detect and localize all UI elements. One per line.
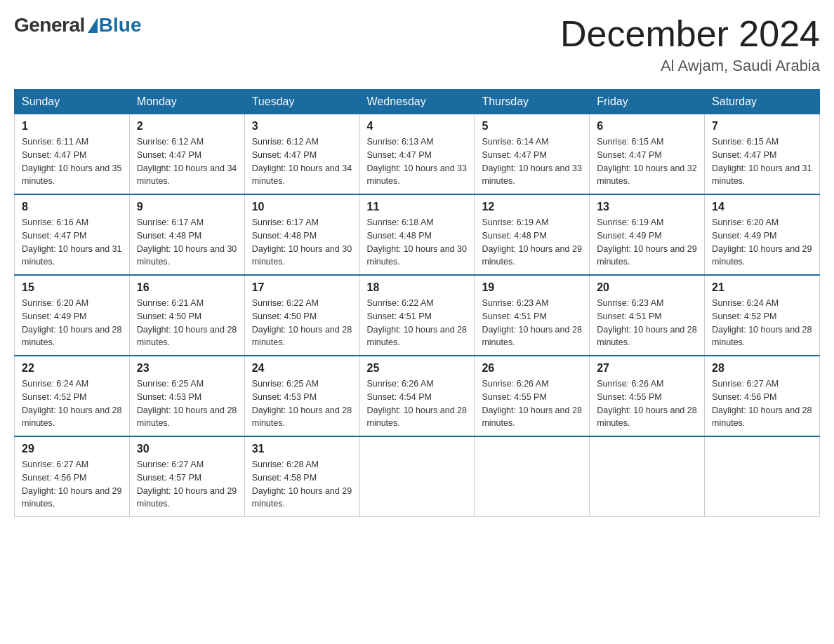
sunset-label: Sunset: (712, 392, 744, 402)
sunrise-label: Sunrise: (252, 137, 286, 147)
day-info: Sunrise: 6:20 AM Sunset: 4:49 PM Dayligh… (22, 297, 122, 349)
sunset-label: Sunset: (22, 150, 54, 160)
sunrise-value: 6:20 AM (56, 298, 88, 308)
sunrise-value: 6:15 AM (746, 137, 779, 147)
table-row: 30 Sunrise: 6:27 AM Sunset: 4:57 PM Dayl… (129, 436, 244, 517)
sunset-value: 4:53 PM (169, 392, 202, 402)
daylight-label: Daylight: 10 hours and 28 minutes. (367, 325, 467, 348)
sunrise-label: Sunrise: (22, 459, 56, 469)
sunrise-label: Sunrise: (22, 137, 56, 147)
sunset-label: Sunset: (252, 231, 284, 241)
table-row: 25 Sunrise: 6:26 AM Sunset: 4:54 PM Dayl… (359, 356, 475, 436)
table-row: 8 Sunrise: 6:16 AM Sunset: 4:47 PM Dayli… (15, 194, 130, 275)
sunset-label: Sunset: (137, 473, 169, 483)
table-row: 13 Sunrise: 6:19 AM Sunset: 4:49 PM Dayl… (590, 194, 705, 275)
sunset-value: 4:50 PM (169, 311, 202, 321)
day-info: Sunrise: 6:17 AM Sunset: 4:48 PM Dayligh… (252, 216, 352, 269)
sunrise-value: 6:23 AM (632, 298, 664, 308)
daylight-label: Daylight: 10 hours and 28 minutes. (22, 325, 121, 348)
daylight-label: Daylight: 10 hours and 33 minutes. (367, 163, 467, 187)
table-row: 6 Sunrise: 6:15 AM Sunset: 4:47 PM Dayli… (590, 114, 705, 195)
day-info: Sunrise: 6:27 AM Sunset: 4:56 PM Dayligh… (22, 458, 122, 511)
sunset-value: 4:56 PM (54, 473, 87, 483)
daylight-label: Daylight: 10 hours and 28 minutes. (137, 405, 237, 429)
sunrise-label: Sunrise: (367, 379, 402, 389)
sunset-value: 4:47 PM (54, 231, 87, 241)
sunrise-label: Sunrise: (712, 379, 746, 389)
sunrise-label: Sunrise: (367, 298, 402, 308)
sunrise-value: 6:13 AM (402, 137, 434, 147)
table-row: 1 Sunrise: 6:11 AM Sunset: 4:47 PM Dayli… (15, 114, 130, 195)
sunrise-label: Sunrise: (597, 379, 631, 389)
location-subtitle: Al Awjam, Saudi Arabia (560, 57, 820, 75)
day-info: Sunrise: 6:25 AM Sunset: 4:53 PM Dayligh… (252, 377, 352, 430)
day-info: Sunrise: 6:27 AM Sunset: 4:56 PM Dayligh… (712, 377, 812, 430)
sunset-value: 4:53 PM (284, 392, 317, 402)
sunset-value: 4:51 PM (399, 311, 432, 321)
daylight-label: Daylight: 10 hours and 28 minutes. (482, 405, 581, 429)
day-info: Sunrise: 6:21 AM Sunset: 4:50 PM Dayligh… (137, 297, 237, 349)
sunrise-value: 6:12 AM (171, 137, 204, 147)
sunset-value: 4:52 PM (744, 311, 777, 321)
day-info: Sunrise: 6:26 AM Sunset: 4:54 PM Dayligh… (367, 377, 468, 430)
calendar-week-row: 1 Sunrise: 6:11 AM Sunset: 4:47 PM Dayli… (15, 114, 820, 195)
sunset-value: 4:49 PM (629, 231, 662, 241)
daylight-label: Daylight: 10 hours and 29 minutes. (22, 486, 121, 509)
table-row: 31 Sunrise: 6:28 AM Sunset: 4:58 PM Dayl… (244, 436, 359, 517)
sunrise-value: 6:15 AM (632, 137, 664, 147)
sunset-label: Sunset: (22, 392, 54, 402)
day-number: 14 (712, 201, 812, 213)
col-monday: Monday (129, 90, 244, 114)
day-number: 8 (22, 201, 122, 213)
daylight-label: Daylight: 10 hours and 29 minutes. (712, 244, 812, 267)
table-row: 19 Sunrise: 6:23 AM Sunset: 4:51 PM Dayl… (475, 275, 590, 356)
day-info: Sunrise: 6:26 AM Sunset: 4:55 PM Dayligh… (482, 377, 582, 430)
sunrise-value: 6:26 AM (517, 379, 549, 389)
sunset-value: 4:55 PM (629, 392, 662, 402)
sunrise-label: Sunrise: (712, 298, 746, 308)
day-number: 10 (252, 201, 352, 213)
daylight-label: Daylight: 10 hours and 29 minutes. (597, 244, 696, 267)
day-info: Sunrise: 6:27 AM Sunset: 4:57 PM Dayligh… (137, 458, 237, 511)
table-row: 12 Sunrise: 6:19 AM Sunset: 4:48 PM Dayl… (475, 194, 590, 275)
daylight-label: Daylight: 10 hours and 34 minutes. (252, 163, 352, 187)
sunset-value: 4:48 PM (399, 231, 432, 241)
sunrise-label: Sunrise: (367, 217, 402, 227)
day-info: Sunrise: 6:26 AM Sunset: 4:55 PM Dayligh… (597, 377, 697, 430)
day-number: 19 (482, 281, 582, 294)
sunset-value: 4:47 PM (399, 150, 432, 160)
logo-triangle-icon (88, 18, 98, 33)
sunset-label: Sunset: (137, 392, 169, 402)
sunset-label: Sunset: (367, 231, 399, 241)
logo: General Blue (14, 14, 141, 36)
table-row: 24 Sunrise: 6:25 AM Sunset: 4:53 PM Dayl… (244, 356, 359, 436)
day-number: 5 (482, 120, 582, 133)
sunset-value: 4:49 PM (744, 231, 777, 241)
sunset-label: Sunset: (597, 150, 629, 160)
daylight-label: Daylight: 10 hours and 30 minutes. (252, 244, 352, 267)
table-row: 7 Sunrise: 6:15 AM Sunset: 4:47 PM Dayli… (705, 114, 820, 195)
table-row: 22 Sunrise: 6:24 AM Sunset: 4:52 PM Dayl… (15, 356, 130, 436)
sunrise-label: Sunrise: (482, 217, 516, 227)
day-info: Sunrise: 6:11 AM Sunset: 4:47 PM Dayligh… (22, 135, 122, 188)
sunset-label: Sunset: (482, 311, 514, 321)
day-number: 22 (22, 362, 122, 375)
table-row: 17 Sunrise: 6:22 AM Sunset: 4:50 PM Dayl… (244, 275, 359, 356)
day-info: Sunrise: 6:20 AM Sunset: 4:49 PM Dayligh… (712, 216, 812, 269)
table-row (475, 436, 590, 517)
title-section: December 2024 Al Awjam, Saudi Arabia (560, 14, 820, 75)
day-info: Sunrise: 6:23 AM Sunset: 4:51 PM Dayligh… (597, 297, 697, 349)
day-info: Sunrise: 6:14 AM Sunset: 4:47 PM Dayligh… (482, 135, 582, 188)
table-row: 26 Sunrise: 6:26 AM Sunset: 4:55 PM Dayl… (475, 356, 590, 436)
table-row (359, 436, 475, 517)
daylight-label: Daylight: 10 hours and 28 minutes. (482, 325, 581, 348)
day-number: 7 (712, 120, 812, 133)
sunrise-value: 6:24 AM (746, 298, 779, 308)
sunset-label: Sunset: (367, 150, 399, 160)
day-info: Sunrise: 6:19 AM Sunset: 4:48 PM Dayligh… (482, 216, 582, 269)
sunset-value: 4:54 PM (399, 392, 432, 402)
sunset-label: Sunset: (252, 150, 284, 160)
table-row: 27 Sunrise: 6:26 AM Sunset: 4:55 PM Dayl… (590, 356, 705, 436)
calendar-week-row: 15 Sunrise: 6:20 AM Sunset: 4:49 PM Dayl… (15, 275, 820, 356)
page-header: General Blue December 2024 Al Awjam, Sau… (14, 14, 820, 75)
